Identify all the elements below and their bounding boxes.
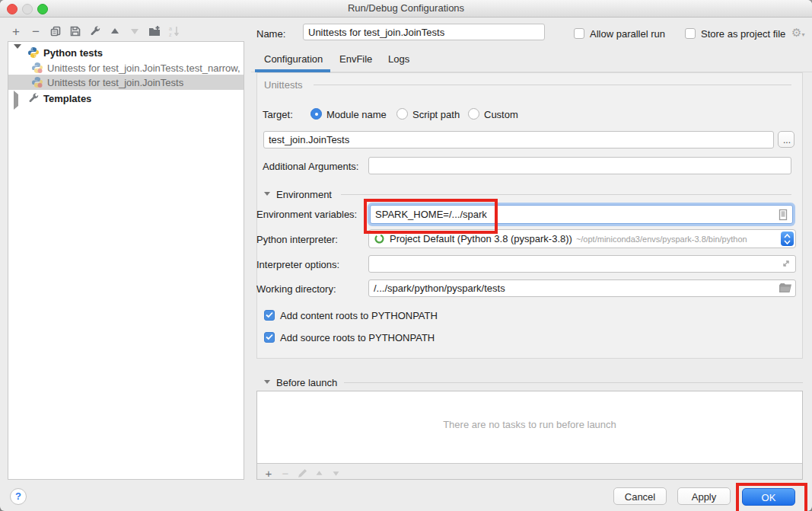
arrow-up-icon (110, 26, 120, 37)
tree-item-label: Unittests for test_join.JoinTests.test_n… (47, 62, 240, 74)
move-task-up-button (310, 465, 327, 481)
move-down-button (125, 24, 145, 39)
before-launch-toolbar: + − (260, 465, 344, 481)
before-launch-task-list[interactable]: There are no tasks to run before launch (257, 391, 802, 464)
python-icon (27, 46, 40, 59)
tree-item-unittest-narrow[interactable]: Unittests for test_join.JoinTests.test_n… (8, 60, 244, 75)
before-launch-panel: There are no tasks to run before launch … (256, 391, 803, 480)
store-as-project-file-checkbox[interactable] (685, 28, 696, 39)
ok-button[interactable]: OK (742, 488, 795, 506)
tree-item-python-tests[interactable]: Python tests (8, 45, 244, 60)
before-launch-empty-text: There are no tasks to run before launch (257, 419, 802, 430)
target-script-path-radio[interactable] (396, 108, 408, 120)
python-interpreter-value: Project Default (Python 3.8 (pyspark-3.8… (390, 233, 572, 244)
target-module-name-label: Module name (326, 109, 387, 120)
python-interpreter-combobox[interactable]: Project Default (Python 3.8 (pyspark-3.8… (368, 229, 796, 248)
module-name-input[interactable] (263, 131, 774, 149)
python-test-icon (31, 76, 43, 88)
python-interpreter-path: ~/opt/miniconda3/envs/pyspark-3.8/bin/py… (576, 235, 747, 244)
tab-envfile[interactable]: EnvFile (339, 53, 372, 65)
before-launch-section-line (344, 382, 803, 383)
tree-item-label: Templates (43, 93, 91, 104)
environment-variables-input[interactable] (370, 205, 793, 224)
tree-item-unittest-jointests-selected[interactable]: Unittests for test_join.JoinTests (8, 75, 244, 90)
remove-task-button: − (277, 465, 294, 481)
copy-configuration-button[interactable] (46, 24, 65, 39)
name-label: Name: (256, 28, 285, 40)
tree-item-templates[interactable]: Templates (8, 91, 244, 106)
edit-defaults-button[interactable] (85, 24, 105, 39)
unittests-group-title: Unittests (264, 79, 303, 91)
environment-collapse-icon[interactable] (264, 192, 270, 196)
templates-wrench-icon (27, 92, 40, 104)
store-as-project-file-label: Store as project file (701, 28, 785, 40)
browse-folder-icon[interactable] (779, 283, 791, 293)
save-configuration-button[interactable] (65, 24, 85, 39)
add-content-roots-label: Add content roots to PYTHONPATH (280, 310, 438, 321)
cancel-button[interactable]: Cancel (613, 487, 667, 505)
additional-arguments-input[interactable] (368, 157, 791, 174)
move-up-button[interactable] (105, 24, 125, 39)
target-custom-label: Custom (484, 109, 518, 120)
sort-configurations-button: az (164, 24, 184, 39)
plus-icon: + (266, 468, 272, 479)
combobox-stepper-icon[interactable] (781, 232, 794, 246)
pencil-icon (298, 468, 307, 478)
target-label: Target: (263, 109, 293, 120)
additional-arguments-label: Additional Arguments: (263, 161, 358, 172)
add-source-roots-checkbox[interactable] (264, 332, 275, 343)
before-launch-section-title: Before launch (276, 377, 337, 388)
target-script-path-label: Script path (412, 109, 460, 120)
help-button[interactable]: ? (10, 488, 27, 505)
arrow-down-icon (332, 469, 340, 477)
store-options-gear-icon[interactable]: ⚙▾ (791, 26, 804, 40)
expand-arrow-icon[interactable] (14, 94, 21, 102)
svg-text:a: a (169, 26, 172, 31)
tab-logs[interactable]: Logs (388, 53, 409, 65)
expand-field-icon[interactable] (781, 258, 791, 269)
working-directory-input[interactable] (368, 279, 796, 297)
sort-az-icon: az (168, 25, 180, 37)
allow-parallel-run-checkbox[interactable] (574, 28, 584, 39)
configurations-toolbar: + − az (6, 24, 184, 39)
arrow-down-icon (129, 26, 140, 37)
apply-button[interactable]: Apply (677, 487, 731, 505)
run-debug-configurations-dialog: Run/Debug Configurations + − az (0, 0, 812, 511)
unittests-group-line (314, 85, 791, 85)
add-task-button[interactable]: + (260, 465, 277, 481)
tree-item-label: Unittests for test_join.JoinTests (47, 77, 183, 88)
python-test-icon (31, 62, 43, 74)
target-module-name-radio[interactable] (310, 108, 322, 120)
add-source-roots-label: Add source roots to PYTHONPATH (280, 332, 435, 343)
new-folder-button[interactable] (145, 24, 164, 39)
copy-icon (49, 25, 62, 37)
before-launch-collapse-icon[interactable] (264, 380, 270, 384)
conda-env-icon (374, 233, 385, 244)
environment-variables-label: Environment variables: (256, 209, 357, 220)
arrow-up-icon (315, 469, 323, 477)
python-interpreter-label: Python interpreter: (256, 234, 338, 245)
interpreter-options-input[interactable] (368, 255, 796, 273)
title-bar: Run/Debug Configurations (0, 0, 812, 18)
name-input[interactable] (303, 24, 545, 40)
move-task-down-button (327, 465, 344, 481)
allow-parallel-run-label: Allow parallel run (590, 28, 665, 40)
new-folder-icon (148, 25, 161, 37)
target-custom-radio[interactable] (468, 108, 479, 120)
tab-configuration[interactable]: Configuration (264, 53, 323, 65)
working-directory-label: Working directory: (256, 283, 336, 295)
add-configuration-button[interactable]: + (6, 24, 26, 39)
environment-section-title: Environment (276, 189, 332, 200)
window-title: Run/Debug Configurations (0, 2, 812, 14)
minus-icon: − (32, 25, 40, 38)
browse-module-button[interactable]: ... (778, 131, 794, 148)
add-content-roots-checkbox[interactable] (264, 310, 275, 321)
remove-configuration-button[interactable]: − (26, 24, 46, 39)
environment-section-line (341, 194, 791, 195)
collapse-arrow-icon[interactable] (14, 49, 21, 56)
plus-icon: + (12, 25, 20, 38)
minus-icon: − (282, 468, 289, 479)
save-icon (69, 25, 81, 37)
wrench-icon (89, 25, 101, 37)
edit-env-vars-icon[interactable] (778, 209, 788, 221)
